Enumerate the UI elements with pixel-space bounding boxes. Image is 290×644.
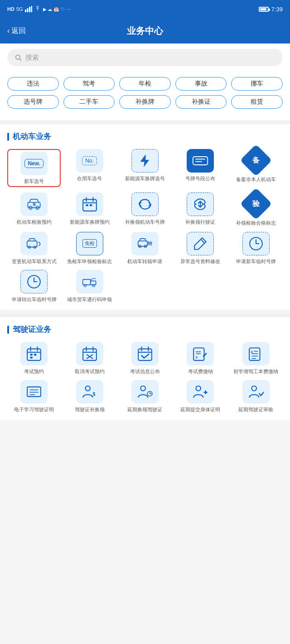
change-contact-label: 变更机动车联系方式 <box>12 258 57 264</box>
motor-section-title: 机动车业务 <box>7 131 283 142</box>
grid-item-exam-info[interactable]: 考试信息公布 <box>118 342 172 375</box>
tag-replace-cert[interactable]: 补换证 <box>175 95 227 109</box>
grid-item-new-energy-replace[interactable]: 新能源车换牌选号 <box>118 149 172 187</box>
back-button[interactable]: ‹ 返回 <box>7 26 26 36</box>
svg-point-73 <box>140 386 145 391</box>
new-energy-replace-label: 新能源车换牌选号 <box>125 175 165 182</box>
exam-booking-label: 考试预约 <box>24 368 44 375</box>
svg-text:转: 转 <box>147 240 153 245</box>
status-bar: HD 5G ▶ ☁ 📅 🔵 ··· 7:39 <box>0 0 290 18</box>
car-inspection-icon: 预 <box>26 197 42 212</box>
tag-rental[interactable]: 租赁 <box>231 95 283 109</box>
grid-item-replace-license[interactable]: 补换领行驶证 <box>174 192 227 226</box>
exempt-inspection-label: 免检车申领检验标志 <box>67 258 112 264</box>
replace-inspection-icon-box: 验 <box>240 188 272 220</box>
file-other-icon-box: 备 <box>240 144 272 177</box>
new-energy-replace-icon-box <box>131 149 159 173</box>
grid-item-extend-health[interactable]: 延期提交身体证明 <box>174 380 227 413</box>
svg-line-5 <box>19 59 21 61</box>
tag-move-car[interactable]: 挪车 <box>231 77 283 91</box>
grid-item-city-truck[interactable]: 城市货车通行码申领 <box>63 270 116 303</box>
svg-rect-47 <box>83 349 97 361</box>
svg-text:$: $ <box>92 391 95 397</box>
status-left: HD 5G ▶ ☁ 📅 🔵 ··· <box>7 6 71 12</box>
tags-row-1: 违法 驾考 年检 事故 挪车 <box>7 77 283 91</box>
grid-item-replace-plate[interactable]: 补换领机动车号牌 <box>118 192 172 226</box>
grid-item-apply-transfer-temp[interactable]: 申请转出车临时号牌 <box>7 270 61 303</box>
tag-violation[interactable]: 违法 <box>7 77 59 91</box>
grid-item-inspection-booking[interactable]: 预 机动车检验预约 <box>7 192 61 226</box>
back-label: 返回 <box>11 26 26 36</box>
grid-item-abnormal-select[interactable]: 异常选号资料修改 <box>174 232 227 264</box>
page-title: 业务中心 <box>127 25 163 37</box>
tag-select-plate[interactable]: 选号牌 <box>7 95 59 109</box>
grid-item-exam-booking[interactable]: 考试预约 <box>7 342 61 375</box>
tag-accident[interactable]: 事故 <box>175 77 227 91</box>
inspection-booking-icon-box: 预 <box>20 192 48 216</box>
grid-item-transfer[interactable]: 转 机动车转籍申请 <box>118 232 172 264</box>
apply-temp-plate-icon-box <box>242 232 270 255</box>
search-box[interactable]: 搜索 <box>7 49 283 66</box>
motor-section: 机动车业务 New. 新车选号 No. 在用车选号 新能源车换牌选号 <box>0 124 290 310</box>
plate-icon <box>192 154 208 167</box>
grid-item-exempt-inspection[interactable]: 免检 免检车申领检验标志 <box>63 232 116 264</box>
replace-plate-label: 补换领机动车号牌 <box>125 219 165 225</box>
svg-rect-45 <box>34 354 36 356</box>
grid-item-e-learning[interactable]: 电子学习驾驶证明 <box>7 380 61 413</box>
grid-item-file-other[interactable]: 备 备案非本人机动车 <box>229 149 283 187</box>
svg-rect-18 <box>90 204 92 206</box>
grid-item-exam-fee[interactable]: ¥ 考试费缴纳 <box>174 342 227 375</box>
city-truck-icon-box <box>76 270 103 293</box>
person-cross-icon <box>193 384 208 399</box>
page-header: ‹ 返回 业务中心 <box>0 18 290 43</box>
grid-item-change-contact[interactable]: 变更机动车联系方式 <box>7 232 61 264</box>
svg-rect-53 <box>138 349 152 361</box>
driving-title-bar-icon <box>7 326 9 334</box>
grid-item-renew-license[interactable]: 延期换领驾驶证 <box>118 380 172 413</box>
exam-booking-icon-box <box>20 342 48 365</box>
grid-item-new-energy-booking[interactable]: 新能源车换牌预约 <box>63 192 116 226</box>
lightning-icon <box>137 153 153 168</box>
exam-fee-icon-box: ¥ <box>187 342 214 365</box>
cancel-calendar-icon <box>82 346 97 361</box>
battery-icon <box>259 7 269 12</box>
exempt-inspection-icon-box: 免检 <box>76 232 103 255</box>
grid-item-license-replace[interactable]: $ 驾驶证补换领 <box>63 380 116 413</box>
grid-item-replace-inspection[interactable]: 验 补领检验合格标志 <box>229 192 283 226</box>
tag-inspection[interactable]: 年检 <box>119 77 171 91</box>
new-car-select-icon-box: New. <box>20 152 48 175</box>
city-truck-label: 城市货车通行码申领 <box>67 296 112 303</box>
svg-point-77 <box>196 386 201 391</box>
grid-item-apply-temp-plate[interactable]: 申请新车临时号牌 <box>229 232 283 264</box>
grid-item-extend-review[interactable]: 延期驾驶证审验 <box>229 380 283 413</box>
svg-rect-67 <box>27 387 41 397</box>
checkmark-calendar-icon <box>137 346 153 361</box>
grid-item-learner-fee[interactable]: ¥ 初学增驾工本费缴纳 <box>229 342 283 375</box>
grid-item-plate-segment[interactable]: 号牌号段公布 <box>174 149 227 187</box>
divider-2 <box>0 313 290 317</box>
e-learning-icon-box <box>20 380 48 404</box>
exam-info-icon-box <box>131 342 159 365</box>
svg-text:¥: ¥ <box>195 355 198 360</box>
extend-review-icon-box <box>242 380 270 404</box>
replace-plate-icon-box <box>131 192 159 216</box>
yuan-list-icon: ¥ <box>248 346 264 361</box>
grid-item-used-car-select[interactable]: No. 在用车选号 <box>63 149 116 187</box>
svg-rect-44 <box>30 354 33 356</box>
driving-section: 驾驶证业务 考试预约 <box>0 317 290 420</box>
tag-replace-plate[interactable]: 补换牌 <box>119 95 171 109</box>
exam-fee-label: 考试费缴纳 <box>188 368 213 375</box>
abnormal-select-icon-box <box>187 232 214 255</box>
plate-segment-label: 号牌号段公布 <box>185 175 215 182</box>
exam-calendar-icon <box>26 346 42 361</box>
grid-item-new-car-select[interactable]: New. 新车选号 <box>7 149 61 187</box>
tag-driving-exam[interactable]: 驾考 <box>63 77 115 91</box>
new-car-select-label: 新车选号 <box>24 178 44 184</box>
tag-second-hand[interactable]: 二手车 <box>63 95 115 109</box>
motor-grid: New. 新车选号 No. 在用车选号 新能源车换牌选号 <box>7 149 283 303</box>
person-dollar-icon: $ <box>82 384 97 399</box>
grid-item-cancel-exam[interactable]: 取消考试预约 <box>63 342 116 375</box>
extra-icons: ▶ ☁ 📅 🔵 ··· <box>43 7 71 12</box>
svg-rect-1 <box>27 8 28 12</box>
used-car-label: 在用车选号 <box>77 175 102 182</box>
